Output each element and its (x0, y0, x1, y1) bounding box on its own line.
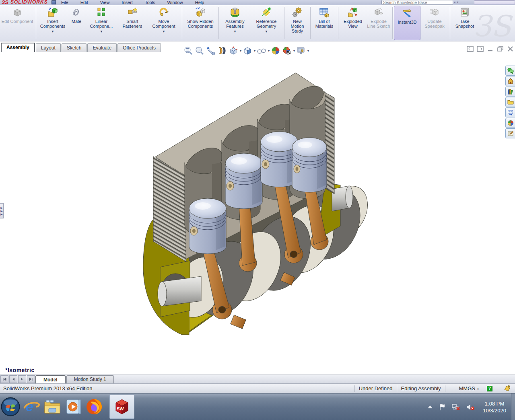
internet-explorer-button[interactable]: e (21, 395, 42, 418)
dropdown-arrow-icon[interactable]: ▼ (233, 29, 237, 34)
hide-show-items-icon[interactable] (256, 45, 267, 56)
edit-component-button[interactable]: Edit Component (0, 5, 35, 41)
restore-icon[interactable] (497, 46, 504, 52)
forum-icon (507, 68, 514, 74)
display-style-icon[interactable] (242, 45, 253, 56)
dropdown-arrow-icon[interactable]: ▾ (293, 49, 295, 53)
svg-text:SW: SW (117, 406, 124, 411)
view-settings-icon[interactable] (282, 45, 292, 56)
zoom-to-area-icon[interactable] (194, 45, 205, 56)
show-hidden-icons-button[interactable] (427, 405, 433, 409)
titlebar-strip (474, 0, 515, 4)
tab-evaluate[interactable]: Evaluate (87, 43, 117, 52)
view-orientation-icon[interactable] (228, 45, 239, 56)
motion-study-1-tab[interactable]: Motion Study 1 (66, 375, 114, 383)
taskbar-clock[interactable]: 1:08 PM 10/3/2020 (483, 400, 506, 414)
reference-geometry-button[interactable]: Reference Geometry ▼ (250, 5, 283, 41)
toolbar-separator (338, 7, 338, 39)
show-desktop-button[interactable] (511, 393, 515, 420)
menu-window[interactable]: Window (167, 0, 184, 5)
file-explorer-tab[interactable] (505, 97, 515, 107)
next-tab-button[interactable] (18, 375, 26, 383)
menu-edit[interactable]: Edit (80, 0, 89, 5)
ribbon-tab-row: Assembly Layout Sketch Evaluate Office P… (1, 43, 162, 52)
dropdown-arrow-icon[interactable]: ▾ (268, 49, 270, 53)
bill-of-materials-icon (318, 6, 330, 19)
quick-tips-help-button[interactable]: ? (487, 386, 492, 391)
document-icon (52, 0, 56, 4)
previous-view-icon[interactable] (206, 45, 216, 56)
edit-appearance-icon[interactable] (296, 45, 306, 56)
show-hidden-components-icon (194, 6, 206, 19)
solidworks-cube-icon: SW (113, 397, 131, 416)
exploded-view-button[interactable]: Exploded View (340, 5, 366, 41)
units-selector[interactable]: MMGS ▴ (459, 385, 479, 391)
assembly-features-button[interactable]: Assembly Features ▼ (220, 5, 250, 41)
tab-assembly[interactable]: Assembly (1, 43, 35, 52)
menu-tools[interactable]: Tools (144, 0, 156, 5)
first-tab-button[interactable] (0, 375, 8, 383)
instant3d-button[interactable]: Instant3D (394, 6, 420, 40)
collapse-left-pane-icon[interactable] (467, 46, 474, 52)
menu-help[interactable]: Help (194, 0, 205, 5)
zoom-to-fit-icon[interactable] (183, 45, 194, 56)
close-icon[interactable] (507, 46, 514, 52)
insert-components-button[interactable]: Insert Components ▼ (37, 5, 68, 41)
tab-layout[interactable]: Layout (36, 43, 61, 52)
custom-properties-tab[interactable] (505, 128, 515, 138)
model-tab-bar: Model Motion Study 1 (0, 375, 515, 383)
tab-sketch[interactable]: Sketch (62, 43, 87, 52)
action-center-flag-icon[interactable] (439, 404, 446, 411)
windows-explorer-button[interactable] (42, 395, 63, 418)
volume-muted-icon[interactable] (466, 404, 475, 411)
appearances-scenes-tab[interactable] (505, 118, 515, 128)
start-button[interactable] (0, 395, 21, 418)
menu-view[interactable]: View (99, 0, 111, 5)
tag-icon[interactable] (504, 385, 511, 392)
show-hidden-components-button[interactable]: Show Hidden Components (183, 5, 217, 41)
model-tab[interactable]: Model (35, 375, 66, 383)
menu-insert[interactable]: Insert (121, 0, 134, 5)
design-library-tab[interactable] (505, 86, 515, 97)
minimize-icon[interactable] (487, 46, 494, 52)
search-knowledge-base-input[interactable]: Search Knowledge Base (381, 0, 453, 5)
search-dropdown-arrow[interactable]: ▾ (457, 0, 459, 4)
mate-icon (70, 6, 82, 19)
dropdown-arrow-icon[interactable]: ▾ (254, 49, 255, 53)
smart-fasteners-button[interactable]: Smart Fasteners (118, 5, 147, 41)
search-icon[interactable]: ⌕ (454, 0, 456, 4)
move-component-button[interactable]: Move Component ▼ (147, 5, 181, 41)
linear-component-pattern-button[interactable]: Linear Compone... ▼ (85, 5, 118, 41)
engine-assembly-model[interactable] (0, 52, 515, 374)
output-shaft-right[interactable] (332, 186, 353, 211)
solidworks-resources-tab[interactable] (505, 76, 515, 86)
last-tab-button[interactable] (27, 375, 35, 383)
feature-manager-splitter[interactable]: ▶ ▶ ▶ (0, 203, 4, 218)
menu-file[interactable]: File (60, 0, 69, 5)
view-palette-tab[interactable] (505, 107, 515, 117)
dropdown-arrow-icon[interactable]: ▾ (240, 49, 241, 53)
dropdown-arrow-icon[interactable]: ▼ (51, 29, 54, 34)
toolbar-separator (182, 7, 182, 39)
bill-of-materials-button[interactable]: Bill of Materials (312, 5, 337, 41)
dropdown-arrow-icon[interactable]: ▼ (265, 29, 268, 34)
dropdown-arrow-icon[interactable]: ▼ (162, 29, 165, 34)
update-speedpak-button[interactable]: Update Speedpak (420, 5, 449, 41)
mate-button[interactable]: Mate (68, 5, 85, 41)
new-motion-study-button[interactable]: New Motion Study (286, 5, 309, 41)
solidworks-logo: SOLIDWORKS (10, 0, 48, 5)
network-status-icon[interactable] (451, 404, 460, 411)
dropdown-arrow-icon[interactable]: ▾ (307, 49, 309, 53)
solidworks-forum-tab[interactable] (505, 66, 515, 76)
explode-line-sketch-button[interactable]: Explode Line Sketch (366, 5, 391, 41)
collapse-right-pane-icon[interactable] (477, 46, 484, 52)
windows-media-player-button[interactable] (63, 395, 84, 418)
solidworks-taskbar-button[interactable]: SW (109, 395, 134, 419)
dropdown-arrow-icon[interactable]: ▼ (100, 29, 103, 34)
section-view-icon[interactable] (217, 45, 227, 56)
firefox-button[interactable] (84, 395, 105, 418)
tab-office-products[interactable]: Office Products (117, 43, 161, 52)
graphics-area[interactable] (0, 52, 515, 374)
previous-tab-button[interactable] (9, 375, 17, 383)
apply-scene-icon[interactable] (270, 45, 281, 56)
